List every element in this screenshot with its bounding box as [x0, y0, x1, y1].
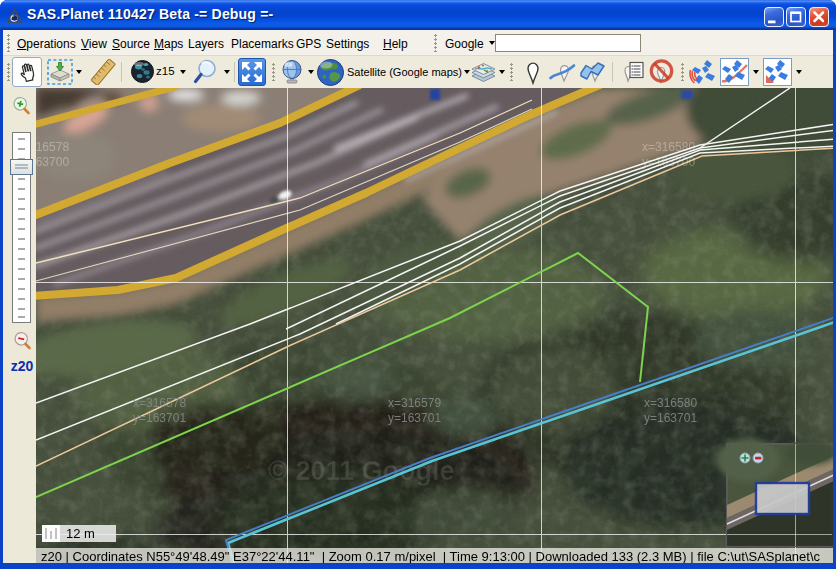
svg-text:y=163701: y=163701	[388, 411, 441, 425]
svg-text:y=163701: y=163701	[133, 411, 186, 425]
svg-text:x=316579: x=316579	[388, 396, 441, 410]
svg-text:x=316580: x=316580	[644, 396, 697, 410]
svg-text:y=163700: y=163700	[36, 155, 69, 169]
svg-text:y=163700: y=163700	[642, 155, 695, 169]
svg-text:y=163701: y=163701	[644, 411, 697, 425]
svg-text:x=316578: x=316578	[36, 140, 69, 154]
svg-text:12 m: 12 m	[66, 526, 95, 541]
svg-text:x=316578: x=316578	[133, 396, 186, 410]
svg-text:x=316580: x=316580	[642, 140, 695, 154]
svg-text:© 2011 Google: © 2011 Google	[268, 456, 454, 486]
